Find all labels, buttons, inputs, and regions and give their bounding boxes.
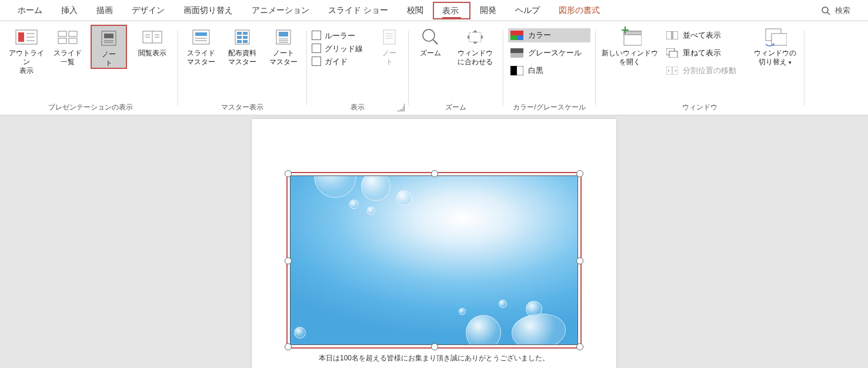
group-zoom-label: ズーム [445,102,466,112]
arrange-all-icon [666,31,678,39]
notes-page-label: ノート [102,50,116,68]
checkbox-icon [312,31,321,40]
slide-sorter-icon [56,28,79,47]
handout-master-label: 配布資料マスター [228,49,256,67]
color-swatch-icon [510,31,523,40]
ribbon-tabs: ホーム 挿入 描画 デザイン 画面切り替え アニメーション スライド ショー 校… [0,0,868,21]
switch-windows-button[interactable]: ウィンドウの切り替え ▾ [751,25,799,67]
show-dialog-launcher[interactable] [397,104,405,111]
group-presentation-views: アウトライン表示 スライド一覧 ノート 閲覧表示 プレゼンテーションの表示 [0,21,178,115]
group-zoom: ズーム ウィンドウに合わせる ズーム [409,21,503,115]
switch-windows-label: ウィンドウの切り替え ▾ [754,49,796,67]
tab-view[interactable]: 表示 [433,2,470,19]
notes-page-icon [97,29,121,48]
color-mode-button[interactable]: カラー [508,28,590,42]
svg-rect-31 [243,40,248,43]
ribbon: アウトライン表示 スライド一覧 ノート 閲覧表示 プレゼンテーションの表示 スラ… [0,21,868,115]
svg-rect-58 [669,51,677,58]
document-canvas: 本日は100名を超える皆様にお集まり頂き誠にありがとうございました。 [0,115,868,368]
new-window-button[interactable]: 新しいウィンドウを開く [600,25,659,67]
group-color-grayscale-label: カラー/グレースケール [513,102,585,112]
tab-insert[interactable]: 挿入 [52,1,87,20]
tab-developer[interactable]: 開発 [470,1,506,20]
svg-rect-56 [673,31,678,39]
svg-rect-48 [510,53,523,58]
outline-view-button[interactable]: アウトライン表示 [8,25,45,75]
tab-draw[interactable]: 描画 [87,1,122,20]
search-label: 検索 [835,5,850,16]
notes-toggle-label: ノート [382,49,396,67]
slide-thumbnail [290,175,578,345]
notes-master-button[interactable]: ノートマスター [265,25,302,67]
fit-window-button[interactable]: ウィンドウに合わせる [452,25,498,67]
svg-line-42 [433,40,438,44]
arrange-all-button[interactable]: 並べて表示 [664,28,746,42]
svg-rect-47 [510,48,523,53]
gridlines-checkbox[interactable]: グリッド線 [312,44,370,53]
zoom-icon [420,26,441,48]
bw-swatch-icon [510,66,523,75]
grayscale-mode-button[interactable]: グレースケール [508,46,590,60]
group-color-grayscale: カラー グレースケール 白黒 カラー/グレースケール [503,21,595,115]
guides-label: ガイド [325,58,348,65]
cascade-label: 重ねて表示 [683,48,721,58]
checkbox-icon [312,44,321,53]
tab-design[interactable]: デザイン [122,1,174,20]
ruler-label: ルーラー [325,32,355,39]
search-icon [821,6,830,15]
slide-selection-frame[interactable] [286,172,582,349]
svg-rect-12 [104,34,113,38]
reading-view-icon [141,28,164,47]
group-show-label: 表示 [350,102,365,112]
svg-rect-21 [193,30,209,44]
svg-rect-28 [237,36,242,39]
tab-home[interactable]: ホーム [8,1,52,20]
grayscale-swatch-icon [510,48,523,58]
svg-rect-37 [383,30,395,44]
tab-animation[interactable]: アニメーション [242,1,319,20]
tab-help[interactable]: ヘルプ [506,1,549,20]
notes-toggle-icon [380,28,399,47]
slide-master-button[interactable]: スライドマスター [183,25,219,67]
slide-sorter-button[interactable]: スライド一覧 [49,25,86,67]
svg-rect-46 [517,35,523,40]
notes-text[interactable]: 本日は100名を超える皆様にお集まり頂き誠にありがとうございました。 [252,353,616,363]
fit-window-icon [463,28,487,47]
move-split-button: 分割位置の移動 [664,64,746,78]
tab-review[interactable]: 校閲 [398,1,433,20]
cascade-icon [666,48,678,58]
svg-rect-27 [243,32,248,35]
svg-line-1 [827,12,830,15]
search-box[interactable]: 検索 [821,5,850,16]
notes-page[interactable]: 本日は100名を超える皆様にお集まり頂き誠にありがとうございました。 [252,119,616,368]
reading-view-label: 閲覧表示 [138,49,166,58]
guides-checkbox[interactable]: ガイド [312,57,370,66]
svg-rect-50 [510,66,517,75]
svg-rect-33 [279,32,288,37]
notes-master-icon [272,28,295,47]
svg-point-0 [822,7,828,13]
tab-transition[interactable]: 画面切り替え [174,1,242,20]
new-window-icon [618,26,642,48]
notes-page-button[interactable]: ノート [91,25,127,69]
group-show: ルーラー グリッド線 ガイド ノート 表示 [307,21,408,115]
svg-point-41 [423,29,435,41]
notes-master-label: ノートマスター [269,49,298,67]
svg-rect-8 [69,31,77,37]
blackwhite-mode-button[interactable]: 白黒 [508,64,590,78]
svg-rect-44 [510,31,523,35]
notes-toggle-button[interactable]: ノート [375,25,403,67]
group-window: 新しいウィンドウを開く 並べて表示 重ねて表示 分割位置の移動 ウィンドウの [596,21,804,115]
reading-view-button[interactable]: 閲覧表示 [132,25,173,58]
arrange-all-label: 並べて表示 [683,30,721,41]
slide-master-icon [189,28,213,47]
tab-active-underline [442,17,461,19]
cascade-button[interactable]: 重ねて表示 [664,46,746,60]
tab-shape-format[interactable]: 図形の書式 [549,1,609,20]
handout-master-button[interactable]: 配布資料マスター [224,25,261,67]
tab-slideshow[interactable]: スライド ショー [319,1,398,20]
move-split-icon [666,67,678,75]
ruler-checkbox[interactable]: ルーラー [312,31,370,40]
zoom-button[interactable]: ズーム [413,25,448,58]
blackwhite-mode-label: 白黒 [528,65,543,76]
